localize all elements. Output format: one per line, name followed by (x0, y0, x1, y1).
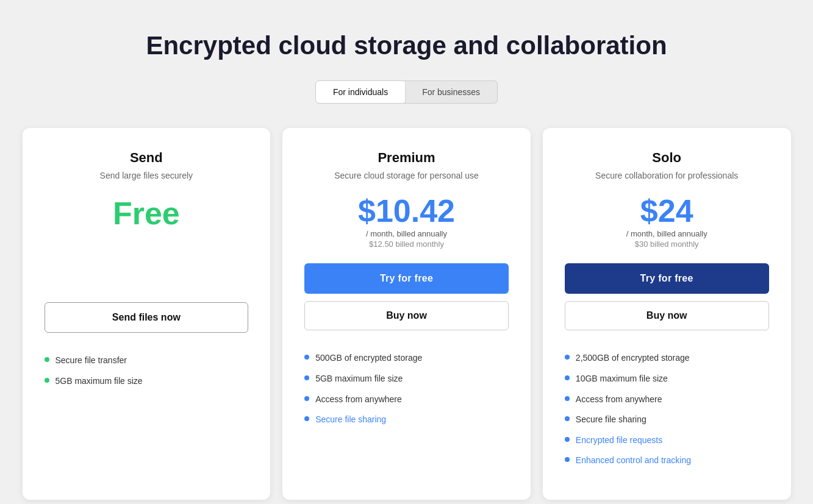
premium-plan-desc: Secure cloud storage for personal use (304, 171, 509, 180)
premium-price-sub: / month, billed annually $12.50 billed m… (304, 229, 509, 249)
list-item: Enhanced control and tracking (565, 455, 769, 467)
premium-plan-name: Premium (304, 150, 509, 166)
bullet-dot (304, 375, 309, 380)
toggle-businesses[interactable]: For businesses (405, 81, 497, 103)
solo-buy-now-button[interactable]: Buy now (565, 301, 769, 330)
list-item: 5GB maximum file size (45, 375, 249, 388)
plan-card-send: Send Send large files securely Free Send… (23, 128, 271, 500)
list-item: Access from anywhere (304, 394, 509, 406)
send-plan-desc: Send large files securely (45, 171, 249, 180)
solo-try-free-button[interactable]: Try for free (565, 263, 769, 294)
solo-features-list: 2,500GB of encrypted storage 10GB maximu… (565, 352, 769, 475)
premium-buy-now-button[interactable]: Buy now (304, 301, 509, 330)
list-item: 2,500GB of encrypted storage (565, 352, 769, 364)
solo-plan-desc: Secure collaboration for professionals (565, 171, 769, 180)
page-title: Encrypted cloud storage and collaboratio… (146, 30, 667, 61)
solo-plan-name: Solo (565, 150, 769, 166)
list-item: Secure file sharing (565, 414, 769, 426)
bullet-dot (565, 355, 570, 360)
bullet-dot (565, 457, 570, 462)
premium-try-free-button[interactable]: Try for free (304, 263, 509, 294)
list-item: 5GB maximum file size (304, 373, 509, 385)
list-item: Secure file sharing (304, 414, 509, 426)
premium-features-list: 500GB of encrypted storage 5GB maximum f… (304, 352, 509, 434)
send-plan-name: Send (45, 150, 249, 166)
toggle-individuals[interactable]: For individuals (316, 81, 405, 103)
plan-toggle: For individuals For businesses (315, 80, 498, 104)
solo-price-block: $24 / month, billed annually $30 billed … (565, 195, 769, 249)
plan-card-solo: Solo Secure collaboration for profession… (543, 128, 791, 500)
bullet-dot (565, 375, 570, 380)
send-features-list: Secure file transfer 5GB maximum file si… (45, 355, 249, 396)
premium-price-main: $10.42 (304, 195, 509, 227)
solo-price-sub: / month, billed annually $30 billed mont… (565, 229, 769, 249)
plans-container: Send Send large files securely Free Send… (23, 128, 791, 500)
list-item: Access from anywhere (565, 394, 769, 406)
list-item: Secure file transfer (45, 355, 249, 367)
bullet-dot (565, 416, 570, 421)
list-item: 10GB maximum file size (565, 373, 769, 385)
list-item: 500GB of encrypted storage (304, 352, 509, 364)
plan-card-premium: Premium Secure cloud storage for persona… (282, 128, 531, 500)
bullet-dot (304, 396, 309, 401)
bullet-dot (45, 378, 49, 383)
premium-price-block: $10.42 / month, billed annually $12.50 b… (304, 195, 509, 249)
bullet-dot (565, 396, 570, 401)
list-item: Encrypted file requests (565, 435, 769, 447)
bullet-dot (304, 416, 309, 421)
bullet-dot (565, 437, 570, 442)
send-files-button[interactable]: Send files now (45, 302, 249, 333)
solo-price-main: $24 (565, 195, 769, 227)
bullet-dot (45, 357, 49, 362)
bullet-dot (304, 355, 309, 360)
send-plan-price: Free (45, 195, 249, 232)
